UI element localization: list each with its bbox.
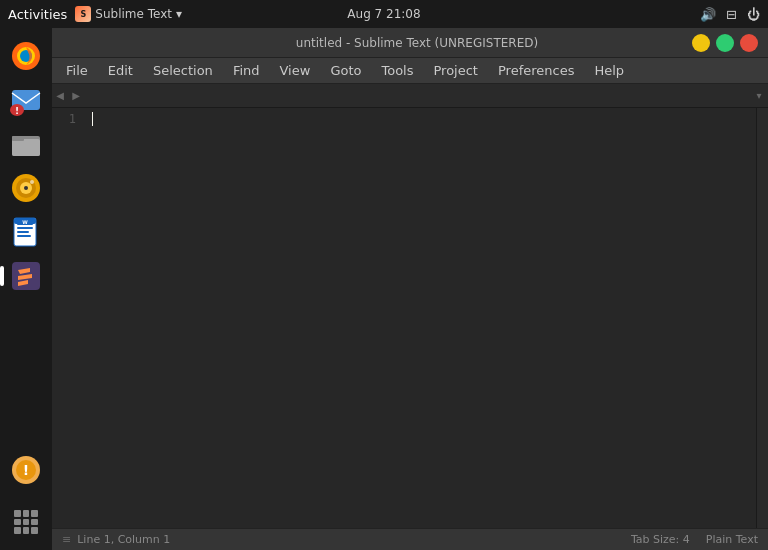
svg-text:!: ! [23,462,29,478]
svg-rect-18 [17,231,29,233]
app-name-label: Sublime Text [95,7,172,21]
menu-preferences[interactable]: Preferences [488,60,584,82]
network-icon[interactable]: ⊟ [726,7,737,22]
apps-grid-icon [10,506,42,538]
menu-goto[interactable]: Goto [320,60,371,82]
tab-size-label[interactable]: Tab Size: 4 [631,533,690,546]
power-icon[interactable]: ⏻ [747,7,760,22]
menu-view[interactable]: View [270,60,321,82]
status-bar-right: Tab Size: 4 Plain Text [631,533,758,546]
line-numbers: 1 [52,108,84,528]
menu-bar: File Edit Selection Find View Goto Tools… [52,58,768,84]
tab-nav-left-icon[interactable]: ◀ [52,85,68,107]
dock-icon-firefox[interactable] [6,36,46,76]
syntax-label[interactable]: Plain Text [706,533,758,546]
activities-button[interactable]: Activities [8,7,67,22]
editor-area[interactable]: 1 [52,108,768,528]
main-window: untitled - Sublime Text (UNREGISTERED) –… [52,28,768,550]
menu-edit[interactable]: Edit [98,60,143,82]
app-dropdown-icon[interactable]: ▾ [176,7,182,21]
menu-project[interactable]: Project [423,60,487,82]
status-bar: ≡ Line 1, Column 1 Tab Size: 4 Plain Tex… [52,528,768,550]
system-time: Aug 7 21:08 [347,7,420,21]
menu-selection[interactable]: Selection [143,60,223,82]
status-position[interactable]: Line 1, Column 1 [77,533,170,546]
system-bar-right: 🔊 ⊟ ⏻ [700,7,760,22]
scrollbar-vertical[interactable] [756,108,768,528]
svg-rect-17 [17,227,33,229]
app-indicator[interactable]: S Sublime Text ▾ [75,6,182,22]
dock: ! W [0,28,52,550]
svg-text:W: W [22,219,28,225]
app-icon-small: S [75,6,91,22]
menu-help[interactable]: Help [584,60,634,82]
title-bar-controls: – □ ✕ [692,34,758,52]
menu-file[interactable]: File [56,60,98,82]
svg-point-13 [30,180,34,184]
line-number-1: 1 [52,112,76,126]
menu-find[interactable]: Find [223,60,270,82]
title-bar: untitled - Sublime Text (UNREGISTERED) –… [52,28,768,58]
menu-tools[interactable]: Tools [371,60,423,82]
dock-icon-updates[interactable]: ! [6,450,46,490]
dock-icon-rhythm[interactable] [6,168,46,208]
minimize-button[interactable]: – [692,34,710,52]
status-menu-icon[interactable]: ≡ [62,533,71,546]
svg-rect-7 [12,139,40,156]
dock-icon-writer[interactable]: W [6,212,46,252]
status-bar-left: ≡ Line 1, Column 1 [62,533,170,546]
svg-rect-19 [17,235,31,237]
system-bar: Activities S Sublime Text ▾ Aug 7 21:08 … [0,0,768,28]
tab-nav-right-icon[interactable]: ▶ [68,85,84,107]
system-bar-left: Activities S Sublime Text ▾ [8,6,182,22]
tab-dropdown-icon[interactable]: ▾ [750,85,768,107]
svg-rect-8 [12,136,24,141]
dock-icon-apps-grid[interactable] [6,502,46,542]
dock-icon-files[interactable] [6,124,46,164]
volume-icon[interactable]: 🔊 [700,7,716,22]
svg-point-12 [24,186,28,190]
dock-icon-email[interactable]: ! [6,80,46,120]
dock-icon-sublime[interactable] [6,256,46,296]
maximize-button[interactable]: □ [716,34,734,52]
editor-content[interactable] [84,108,756,528]
close-button[interactable]: ✕ [740,34,758,52]
text-cursor [92,112,93,126]
svg-text:!: ! [15,106,19,116]
tab-bar: ◀ ▶ ▾ [52,84,768,108]
window-title: untitled - Sublime Text (UNREGISTERED) [142,36,692,50]
